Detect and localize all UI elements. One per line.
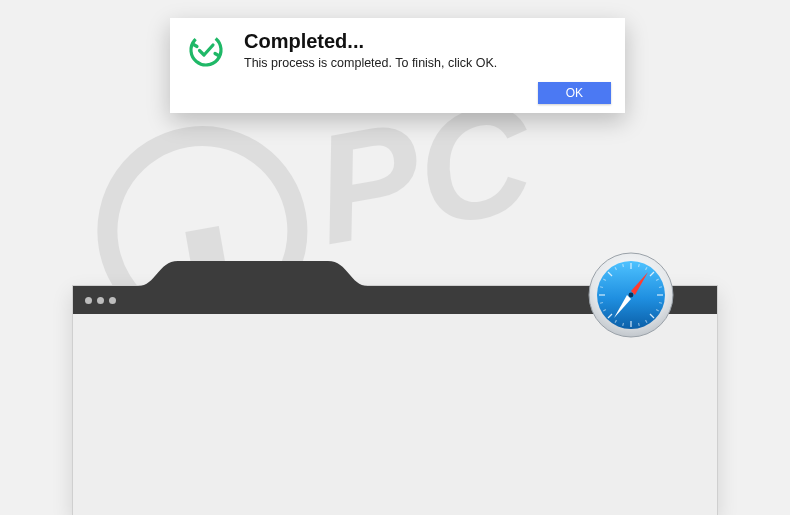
svg-line-25 [600, 287, 603, 288]
dialog-message: This process is completed. To finish, cl… [244, 56, 609, 70]
safari-compass-icon [588, 252, 674, 338]
svg-point-31 [629, 293, 634, 298]
svg-line-21 [623, 323, 624, 326]
svg-point-32 [188, 32, 224, 68]
svg-line-17 [659, 303, 662, 304]
ok-button[interactable]: OK [538, 82, 611, 104]
completed-dialog: Completed... This process is completed. … [170, 18, 625, 113]
svg-line-28 [623, 264, 624, 267]
window-control-zoom[interactable] [109, 297, 116, 304]
dialog-title: Completed... [244, 30, 609, 53]
window-control-close[interactable] [85, 297, 92, 304]
browser-tab[interactable] [138, 261, 368, 286]
svg-line-16 [659, 287, 662, 288]
svg-line-24 [600, 303, 603, 304]
stage: PC risk.com [0, 0, 790, 515]
window-control-minimize[interactable] [97, 297, 104, 304]
svg-line-13 [639, 264, 640, 267]
completed-checkmark-icon [186, 32, 226, 68]
svg-line-20 [639, 323, 640, 326]
window-controls[interactable] [85, 297, 116, 304]
